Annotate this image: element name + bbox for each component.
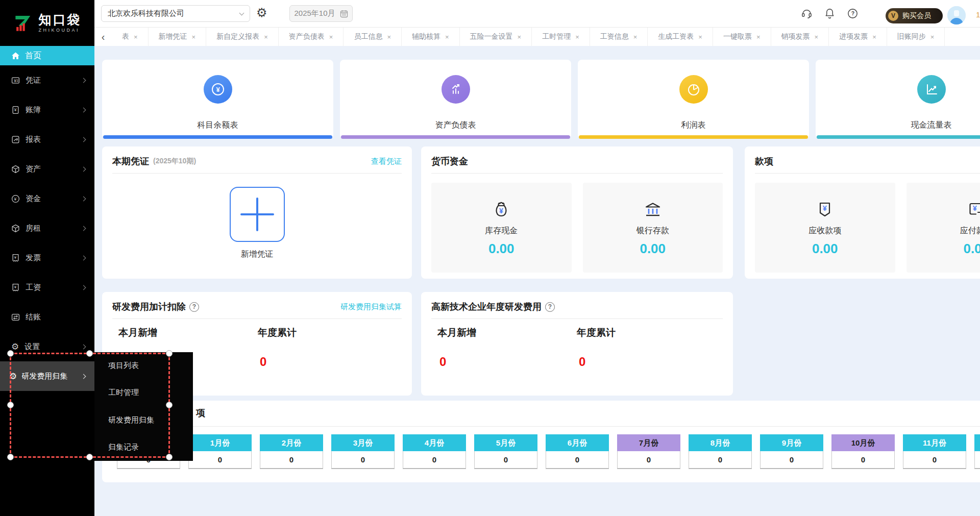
payables-tile[interactable]: ¥ 应付款项 0.00 bbox=[906, 183, 980, 273]
close-icon[interactable]: × bbox=[518, 33, 522, 41]
notification-bell-icon[interactable] bbox=[824, 8, 836, 19]
tabs-scroll-left-button[interactable]: ‹ bbox=[94, 28, 112, 46]
close-icon[interactable]: × bbox=[872, 33, 876, 41]
sidebar-item-invoice[interactable]: ¥ 发票 bbox=[0, 243, 94, 273]
tab[interactable]: 员工信息× bbox=[344, 28, 402, 46]
close-icon[interactable]: × bbox=[445, 33, 449, 41]
tab[interactable]: 销项发票× bbox=[771, 28, 829, 46]
sidebar-item-label: 资金 bbox=[26, 194, 76, 204]
sidebar-item-label: 报表 bbox=[26, 135, 76, 144]
support-headset-icon[interactable] bbox=[801, 8, 813, 19]
sidebar-item-reports[interactable]: 报表 bbox=[0, 125, 94, 154]
sidebar-item-voucher[interactable]: ¥ 凭证 bbox=[0, 65, 94, 95]
payable-arrow-icon: ¥ bbox=[965, 199, 980, 222]
sidebar-item-ledger[interactable]: ¥ 账簿 bbox=[0, 95, 94, 125]
tile-label: 银行存款 bbox=[636, 226, 669, 236]
submenu-item-timesheet[interactable]: 工时管理 bbox=[94, 379, 193, 406]
svg-text:¥: ¥ bbox=[973, 204, 977, 212]
voucher-icon: ¥ bbox=[11, 76, 20, 85]
report-card-cashflow[interactable]: 现金流量表 bbox=[816, 60, 980, 139]
chevron-right-icon bbox=[81, 196, 86, 201]
vip-badge-icon: V bbox=[888, 11, 898, 21]
sidebar-item-payroll[interactable]: ¥ 工资 bbox=[0, 273, 94, 302]
close-icon[interactable]: × bbox=[329, 33, 333, 41]
tab[interactable]: 旧账同步× bbox=[887, 28, 945, 46]
tab[interactable]: 新自定义报表× bbox=[206, 28, 279, 46]
add-voucher-button[interactable] bbox=[230, 187, 285, 242]
tab[interactable]: 进项发票× bbox=[829, 28, 887, 46]
help-icon[interactable]: ? bbox=[189, 302, 199, 312]
rd-submenu-popup: 项目列表 工时管理 研发费用归集 归集记录 bbox=[94, 352, 193, 461]
plus-icon bbox=[256, 198, 258, 231]
sidebar-item-home[interactable]: 首页 bbox=[0, 46, 94, 65]
svg-text:¥: ¥ bbox=[14, 196, 17, 201]
month-cell: 12月份0 bbox=[974, 434, 980, 469]
month-cell: 8月份0 bbox=[689, 434, 752, 469]
month-cell: 6月份0 bbox=[546, 434, 609, 469]
sidebar-item-rent[interactable]: 房租 bbox=[0, 213, 94, 243]
cash-on-hand-tile[interactable]: ¥ 库存现金 0.00 bbox=[431, 183, 572, 273]
add-voucher-label: 新增凭证 bbox=[241, 249, 274, 260]
divider bbox=[112, 173, 402, 174]
tab[interactable]: 表× bbox=[112, 28, 149, 46]
close-icon[interactable]: × bbox=[633, 33, 638, 41]
close-icon[interactable]: × bbox=[815, 33, 819, 41]
report-card-balance-sheet[interactable]: 资产负债表 bbox=[340, 60, 571, 139]
submenu-item-project-list[interactable]: 项目列表 bbox=[94, 352, 193, 379]
user-avatar[interactable] bbox=[947, 6, 966, 24]
report-card-profit[interactable]: 利润表 bbox=[578, 60, 809, 139]
divider bbox=[112, 426, 980, 427]
account-settings-gear-icon[interactable]: ⚙ bbox=[256, 7, 267, 19]
bank-deposit-tile[interactable]: 银行存款 0.00 bbox=[583, 183, 723, 273]
tab[interactable]: 五险一金设置× bbox=[460, 28, 532, 46]
chevron-down-icon bbox=[239, 10, 244, 15]
sidebar-item-closing[interactable]: 结账 bbox=[0, 302, 94, 332]
buy-membership-button[interactable]: V 购买会员 bbox=[886, 8, 943, 23]
view-vouchers-link[interactable]: 查看凭证 bbox=[371, 157, 402, 166]
card-title: 高新技术企业年度研发费用 bbox=[431, 301, 542, 313]
tab[interactable]: 一键取票× bbox=[713, 28, 771, 46]
receivables-tile[interactable]: ¥ 应收款项 0.00 bbox=[755, 183, 895, 273]
company-name: 北京欢乐科技有限公司 bbox=[108, 9, 240, 18]
close-icon[interactable]: × bbox=[698, 33, 702, 41]
close-icon[interactable]: × bbox=[264, 33, 268, 41]
card-title: 货币资金 bbox=[431, 155, 468, 167]
submenu-item-collection-records[interactable]: 归集记录 bbox=[94, 434, 193, 461]
tab[interactable]: 工时管理× bbox=[532, 28, 590, 46]
monetary-funds-card: 货币资金 ¥ 库存现金 0.00 bbox=[421, 146, 733, 279]
cube-icon bbox=[11, 165, 20, 174]
tab[interactable]: 资产负债表× bbox=[279, 28, 344, 46]
close-icon[interactable]: × bbox=[575, 33, 579, 41]
sidebar-item-label: 账簿 bbox=[26, 105, 76, 115]
submenu-item-rd-collection[interactable]: 研发费用归集 bbox=[94, 407, 193, 434]
close-icon[interactable]: × bbox=[387, 33, 391, 41]
period-select[interactable]: 2025年10月 bbox=[289, 5, 353, 22]
tab[interactable]: 新增凭证× bbox=[149, 28, 207, 46]
sidebar-item-label: 凭证 bbox=[26, 76, 76, 85]
close-icon[interactable]: × bbox=[756, 33, 761, 41]
company-select[interactable]: 北京欢乐科技有限公司 bbox=[101, 5, 250, 22]
rd-trial-link[interactable]: 研发费用归集试算 bbox=[340, 302, 402, 312]
close-icon[interactable]: × bbox=[134, 33, 138, 41]
sidebar-item-assets[interactable]: 资产 bbox=[0, 154, 94, 184]
chevron-right-icon bbox=[81, 107, 86, 112]
logo-subtitle: ZHIKOUDAI bbox=[39, 28, 82, 33]
tile-label: 应收款项 bbox=[808, 226, 841, 236]
close-icon[interactable]: × bbox=[930, 33, 935, 41]
tab[interactable]: 辅助核算× bbox=[402, 28, 460, 46]
sidebar-item-cash[interactable]: ¥ 资金 bbox=[0, 184, 94, 213]
sidebar-item-rd-collection[interactable]: ⚙ 研发费用归集 bbox=[0, 361, 94, 391]
stat-label: 本月新增 bbox=[437, 326, 567, 339]
month-cell: 9月份0 bbox=[760, 434, 823, 469]
close-icon[interactable]: × bbox=[192, 33, 196, 41]
app-window: 知口袋 ZHIKOUDAI 首页 ¥ 凭证 ¥ 账簿 bbox=[0, 0, 980, 516]
help-icon[interactable]: ? bbox=[847, 8, 859, 19]
sidebar-item-settings[interactable]: ⚙ 设置 bbox=[0, 332, 94, 361]
tab[interactable]: 工资信息× bbox=[590, 28, 648, 46]
tab[interactable]: 生成工资表× bbox=[648, 28, 713, 46]
card-title: 本期凭证 bbox=[112, 155, 149, 167]
bar-chart-icon bbox=[442, 75, 470, 104]
help-icon[interactable]: ? bbox=[545, 302, 555, 312]
report-card-subject-balance[interactable]: ¥ 科目余额表 bbox=[102, 60, 333, 139]
calendar-icon bbox=[340, 10, 348, 18]
